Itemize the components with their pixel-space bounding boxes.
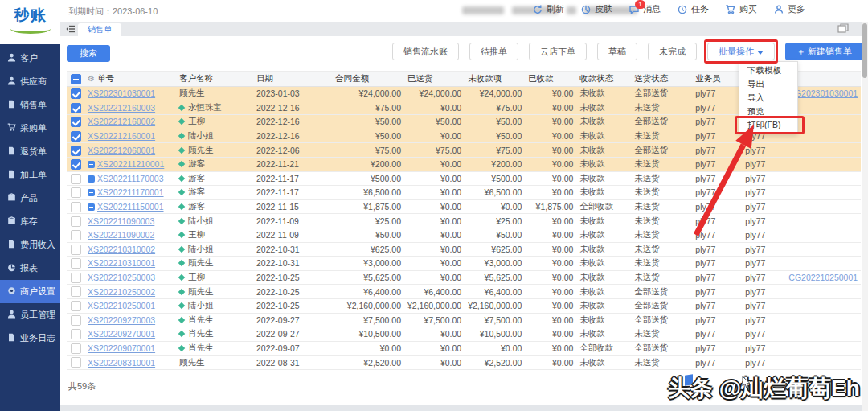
suppliers-icon [7, 76, 16, 87]
dropdown-item-download-template[interactable]: 下载模板 [739, 64, 797, 77]
order-no-link[interactable]: XS202212160002 [88, 117, 155, 126]
sidebar-item-return-orders[interactable]: 退货单 [0, 140, 60, 163]
customer-cell: 陆小姐 [176, 242, 253, 257]
sidebar-item-label: 退货单 [20, 146, 47, 158]
row-checkbox[interactable] [71, 131, 81, 142]
order-no-link[interactable]: XS202208310001 [88, 358, 155, 368]
dropdown-item-import[interactable]: 导入 [739, 91, 797, 105]
row-checkbox[interactable] [71, 357, 81, 368]
sidebar-item-sales-orders[interactable]: 销售单 [0, 93, 60, 117]
cloud-shop-order-button[interactable]: 云店下单 [529, 43, 587, 60]
order-no-link[interactable]: XS202209070001 [88, 343, 155, 353]
row-checkbox[interactable] [71, 301, 81, 311]
row-checkbox[interactable] [71, 230, 81, 240]
order-no-link[interactable]: XS202209270001 [88, 329, 155, 339]
pending-push-button[interactable]: 待推单 [469, 43, 518, 60]
sidebar-item-label: 库存 [20, 216, 38, 228]
sidebar-item-processing-orders[interactable]: 加工单 [0, 163, 60, 187]
row-checkbox[interactable] [71, 146, 81, 156]
order-no-link[interactable]: XS202211170003 [97, 174, 164, 183]
order-no-link[interactable]: XS202211150001 [97, 202, 164, 212]
order-no-link[interactable]: XS202210250001 [88, 301, 155, 310]
sidebar-item-customers[interactable]: 客户 [0, 47, 60, 70]
row-checkbox[interactable] [71, 216, 81, 227]
row-checkbox[interactable] [71, 315, 81, 326]
related-order-cell [785, 313, 861, 327]
date-cell: 2022-11-09 [253, 214, 332, 228]
customer-cell: 肖先生 [176, 327, 253, 342]
select-all-checkbox[interactable] [71, 74, 81, 84]
sidebar-item-purchase-orders[interactable]: 采购单 [0, 117, 60, 140]
row-checkbox[interactable] [71, 187, 81, 198]
dropdown-item-print[interactable]: 打印(FB) [739, 118, 797, 132]
order-no-link[interactable]: XS202212060001 [88, 146, 155, 155]
row-checkbox[interactable] [71, 286, 81, 297]
draft-button[interactable]: 草稿 [597, 43, 637, 60]
date-cell: 2022-10-25 [253, 285, 332, 299]
header-actions: 刷新皮肤消息1任务购买更多 [532, 3, 805, 15]
customer-cell: 游客 [176, 171, 253, 186]
order-no-link[interactable]: XS202211090002 [88, 230, 154, 240]
buy-button[interactable]: 购买 [725, 3, 757, 15]
refresh-icon [532, 4, 543, 15]
row-checkbox[interactable] [71, 202, 81, 212]
sidebar-item-business-log[interactable]: 业务日志 [0, 327, 60, 350]
order-no-link[interactable]: XS202212160003 [88, 103, 155, 113]
row-checkbox[interactable] [71, 103, 81, 113]
unpaid-amount-cell: ¥500.00 [465, 171, 525, 186]
row-checkbox[interactable] [71, 159, 81, 170]
tab-sales-order[interactable]: 销售单 [78, 23, 121, 36]
tab-panel-icon[interactable] [837, 23, 849, 35]
sidebar-item-expense-income[interactable]: 费用收入 [0, 233, 60, 257]
order-no-link[interactable]: XS202210250003 [88, 273, 155, 282]
row-checkbox[interactable] [71, 174, 81, 184]
refresh-button[interactable]: 刷新 [532, 3, 564, 15]
order-no-link[interactable]: XS202211090003 [88, 216, 154, 226]
sales-ledger-button[interactable]: 销售流水账 [392, 43, 459, 60]
order-no-link[interactable]: XS202211210001 [97, 159, 164, 169]
dropdown-item-export[interactable]: 导出 [739, 77, 797, 91]
order-no-link[interactable]: XS202210310001 [88, 258, 155, 268]
sidebar-item-merchant-settings[interactable]: 商户设置 [0, 280, 60, 303]
task-button[interactable]: 任务 [677, 3, 709, 15]
window-scrollbar[interactable] [862, 22, 868, 411]
row-checkbox[interactable] [71, 117, 81, 127]
collapse-menu-icon[interactable] [66, 24, 76, 35]
order-no-link[interactable]: XS202209270003 [88, 315, 155, 325]
sidebar-item-inventory[interactable]: 库存 [0, 210, 60, 233]
skin-button[interactable]: 皮肤 [580, 3, 612, 15]
row-checkbox[interactable] [71, 88, 81, 99]
related-order-link[interactable]: CG202301030001 [788, 88, 858, 98]
sidebar-item-suppliers[interactable]: 供应商 [0, 70, 60, 93]
row-checkbox[interactable] [71, 245, 81, 255]
search-button[interactable]: 搜索 [67, 45, 110, 62]
row-checkbox[interactable] [71, 273, 81, 283]
row-checkbox[interactable] [71, 329, 81, 339]
batch-actions-button[interactable]: 批量操作 [707, 43, 775, 60]
contract-amount-cell: ¥2,160,000.00 [332, 298, 404, 313]
dropdown-item-preview[interactable]: 预览 [739, 105, 797, 118]
more-button[interactable]: 更多 [773, 3, 805, 15]
row-checkbox[interactable] [71, 258, 81, 269]
contract-amount-cell: ¥10,500.00 [332, 327, 404, 342]
unpaid-amount-cell: ¥5,625.00 [465, 270, 525, 285]
received-amount-cell: ¥0.00 [525, 115, 576, 129]
scrollbar-thumb[interactable] [862, 23, 867, 78]
unfinished-button[interactable]: 未完成 [648, 43, 697, 60]
sidebar-item-reports[interactable]: 报表 [0, 257, 60, 280]
order-no-link[interactable]: XS202301030001 [88, 88, 155, 98]
order-no-link[interactable]: XS202210310002 [88, 245, 155, 254]
gear-icon[interactable]: ⚙ [88, 74, 95, 83]
message-button[interactable]: 消息1 [628, 3, 661, 15]
skin-label: 皮肤 [595, 3, 612, 15]
sidebar-item-staff-management[interactable]: 员工管理 [0, 303, 60, 327]
order-no-link[interactable]: XS202211170001 [97, 187, 164, 197]
order-no-link[interactable]: XS202212160001 [88, 131, 155, 141]
sidebar-item-products[interactable]: 产品 [0, 187, 60, 210]
row-checkbox[interactable] [71, 343, 81, 354]
new-sales-order-button[interactable]: ＋ 新建销售单 [785, 43, 863, 60]
order-no-link[interactable]: XS202210250002 [88, 287, 155, 297]
column-header-8: 收款状态 [576, 72, 631, 87]
related-order-link[interactable]: CG202210250001 [788, 273, 858, 282]
related-order-cell [785, 356, 861, 370]
